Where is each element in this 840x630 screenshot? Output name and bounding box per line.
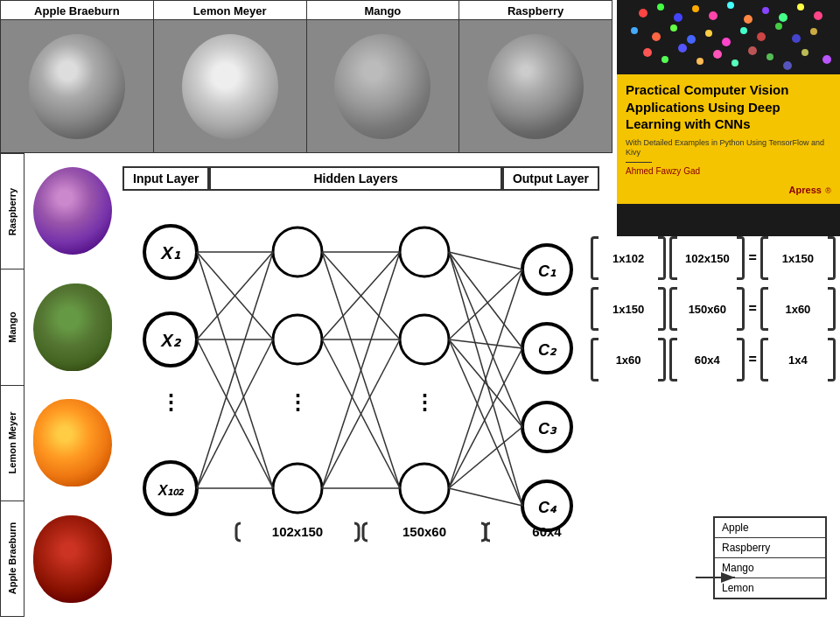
- svg-point-10: [814, 11, 822, 20]
- nn-layer-labels: Input Layer Hidden Layers Output Layer: [118, 166, 604, 195]
- svg-point-12: [652, 32, 661, 41]
- svg-point-2: [674, 13, 682, 22]
- fruit-cell-apple: Apple Braeburn: [1, 1, 154, 152]
- svg-point-27: [732, 60, 738, 66]
- svg-point-22: [643, 48, 652, 57]
- publisher-label: Apress: [789, 185, 822, 195]
- svg-point-30: [783, 61, 792, 70]
- raspberry-photo: [24, 153, 121, 270]
- svg-point-31: [802, 49, 808, 56]
- svg-text:150x60: 150x60: [402, 524, 446, 539]
- svg-point-26: [713, 50, 722, 59]
- fruit-cell-mango: Mango: [307, 1, 460, 152]
- matrix-1a: 1x102: [602, 252, 654, 265]
- svg-line-85: [449, 488, 522, 506]
- svg-point-7: [762, 7, 769, 14]
- lemon-rotated-label: Lemon Meyer: [7, 412, 18, 474]
- nn-svg: X₁ X₂ ⋮ X₁₀₂ ⋮ ⋮ C₁ C₂ C₃ C₄: [118, 200, 604, 567]
- matrix-equations: 1x102 102x150 = 1x150 1x150 150x60 = 1x6…: [591, 236, 836, 382]
- eq-2: =: [748, 301, 756, 317]
- svg-line-82: [449, 270, 522, 488]
- svg-point-5: [727, 2, 734, 9]
- svg-text:C₄: C₄: [538, 499, 557, 516]
- apple-label: Apple Braeburn: [1, 1, 153, 20]
- arrow-to-labels: [691, 560, 744, 595]
- matrix-2b: 150x60: [681, 303, 733, 316]
- apple-image: [1, 20, 153, 152]
- svg-point-8: [779, 13, 788, 22]
- svg-point-45: [400, 315, 449, 364]
- apple-braeburn-photo: [24, 501, 121, 618]
- svg-point-24: [678, 44, 687, 52]
- mango-image: [307, 20, 459, 152]
- matrix-3b: 60x4: [681, 354, 733, 367]
- svg-point-3: [692, 5, 699, 12]
- svg-point-41: [273, 315, 322, 364]
- svg-line-78: [449, 270, 522, 340]
- mango-label: Mango: [307, 1, 459, 20]
- eq-1: =: [748, 250, 756, 266]
- matrix-row-2: 1x150 150x60 = 1x60: [591, 287, 836, 331]
- fruit-photos: [24, 153, 121, 617]
- svg-point-23: [662, 56, 668, 63]
- matrix-1c: 1x150: [772, 252, 824, 265]
- svg-point-15: [705, 30, 712, 37]
- lemon-photo: [24, 385, 121, 501]
- svg-point-21: [810, 28, 817, 35]
- svg-line-81: [449, 340, 522, 506]
- matrix-row-1: 1x102 102x150 = 1x150: [591, 236, 836, 280]
- raspberry-image: [459, 20, 612, 152]
- book-cover: Practical Computer Vision Applications U…: [617, 0, 840, 236]
- book-dots: [617, 0, 840, 74]
- fruit-cell-lemon: Lemon Meyer: [154, 1, 307, 152]
- matrix-2c: 1x60: [772, 303, 824, 316]
- book-subtitle: With Detailed Examples in Python Using T…: [626, 138, 831, 158]
- svg-text:⋮: ⋮: [287, 390, 308, 414]
- svg-point-28: [748, 46, 757, 55]
- book-title-area: Practical Computer Vision Applications U…: [617, 74, 840, 204]
- svg-point-17: [740, 27, 747, 34]
- left-label-mango: Mango: [1, 270, 24, 385]
- left-label-raspberry: Raspberry: [1, 154, 24, 270]
- output-apple: Apple: [715, 518, 825, 538]
- raspberry-label: Raspberry: [459, 1, 612, 20]
- svg-point-29: [766, 53, 774, 60]
- svg-text:C₂: C₂: [538, 341, 557, 359]
- svg-text:X₁₀₂: X₁₀₂: [158, 483, 186, 498]
- svg-point-6: [744, 15, 752, 24]
- svg-point-47: [400, 464, 449, 513]
- mango-photo: [24, 270, 121, 386]
- svg-line-76: [449, 252, 522, 427]
- raspberry-rotated-label: Raspberry: [7, 187, 18, 234]
- svg-point-18: [757, 32, 766, 41]
- svg-text:X₁: X₁: [160, 243, 180, 262]
- output-raspberry: Raspberry: [715, 538, 825, 558]
- svg-text:⋮: ⋮: [160, 390, 181, 414]
- svg-text:⋮: ⋮: [414, 390, 435, 414]
- svg-text:102x150: 102x150: [272, 524, 323, 539]
- svg-point-1: [657, 4, 664, 10]
- neural-network-diagram: Input Layer Hidden Layers Output Layer X…: [118, 166, 604, 595]
- svg-point-25: [696, 58, 704, 65]
- left-label-lemon: Lemon Meyer: [1, 386, 24, 501]
- matrix-1b: 102x150: [681, 252, 733, 265]
- svg-point-32: [822, 55, 831, 64]
- svg-text:C₃: C₃: [538, 420, 557, 438]
- left-fruit-labels: Raspberry Mango Lemon Meyer Apple Braebu…: [0, 153, 24, 617]
- lemon-image: [154, 20, 306, 152]
- matrix-3c: 1x4: [772, 354, 824, 367]
- apple-rotated-label: Apple Braeburn: [7, 522, 18, 595]
- book-title: Practical Computer Vision Applications U…: [626, 81, 831, 133]
- matrix-3a: 1x60: [602, 354, 654, 367]
- svg-point-16: [722, 38, 731, 46]
- matrix-row-3: 1x60 60x4 = 1x4: [591, 338, 836, 382]
- fruit-cell-raspberry: Raspberry: [459, 1, 612, 152]
- svg-point-14: [687, 35, 696, 44]
- svg-text:C₁: C₁: [538, 262, 556, 280]
- left-label-apple: Apple Braeburn: [1, 501, 24, 616]
- top-fruit-images: Apple Braeburn Lemon Meyer Mango Raspber…: [0, 0, 612, 153]
- hidden-layer-label: Hidden Layers: [209, 166, 501, 191]
- svg-point-9: [797, 4, 804, 10]
- svg-point-0: [639, 9, 648, 18]
- svg-line-80: [449, 340, 522, 427]
